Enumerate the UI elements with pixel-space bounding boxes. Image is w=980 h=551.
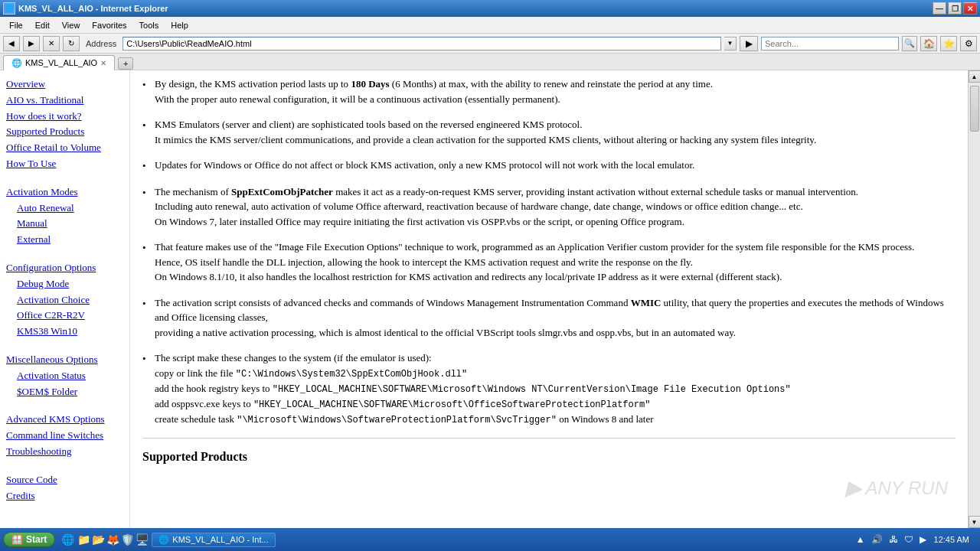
nav-manual[interactable]: Manual [17, 216, 123, 232]
address-input[interactable] [122, 37, 721, 51]
nav-auto-renewal[interactable]: Auto Renewal [17, 201, 123, 217]
view-menu[interactable]: View [56, 19, 87, 31]
bullet4-bold: SppExtComObjPatcher [231, 186, 333, 197]
browser-content: Overview AIO vs. Traditional How does it… [0, 70, 980, 528]
forward-button[interactable]: ▶ [23, 36, 40, 51]
main-content: • By design, the KMS activation period l… [130, 70, 968, 528]
search-input[interactable] [761, 37, 899, 51]
bullet2-text1: KMS Emulators (server and client) are so… [155, 119, 582, 130]
search-button[interactable]: 🔍 [902, 36, 917, 51]
nav-troubleshooting[interactable]: Troubleshooting [6, 444, 123, 460]
nav-command-line-switches[interactable]: Command line Switches [6, 428, 123, 444]
watermark: ▶ ANY RUN [845, 472, 948, 504]
nav-office-retail-to-volume[interactable]: Office Retail to Volume [6, 140, 123, 156]
nav-how-to-use[interactable]: How To Use [6, 156, 123, 172]
nav-configuration-options[interactable]: Configuration Options [6, 260, 123, 276]
nav-miscellaneous-options[interactable]: Miscellaneous Options [6, 352, 123, 368]
nav-indent-activation-modes: Auto Renewal Manual External [6, 201, 123, 248]
bullet-dot-7: • [142, 351, 155, 367]
bullet6-text3: providing a native activation processing… [155, 327, 736, 338]
bullet7-text1: The script make these changes to the sys… [155, 352, 432, 364]
bullet7-code4: "\Microsoft\Windows\SoftwareProtectionPl… [237, 415, 557, 425]
bullet4-text2: makes it act as a ready-on-request KMS s… [333, 186, 858, 197]
restore-button[interactable]: ❐ [948, 2, 962, 15]
scroll-thumb[interactable] [970, 86, 979, 132]
back-button[interactable]: ◀ [3, 36, 20, 51]
bullet-text-2: KMS Emulators (server and client) are so… [155, 117, 956, 147]
tools-menu[interactable]: Tools [133, 19, 165, 31]
bullet4-text1: The mechanism of [155, 186, 231, 197]
edit-menu[interactable]: Edit [29, 19, 56, 31]
refresh-button[interactable]: ↻ [63, 36, 80, 51]
bullet7-line2: add the hook registry keys to [155, 383, 273, 394]
bullet5-text2: Hence, OS itself handle the DLL injectio… [155, 256, 693, 268]
bullet-item-4: • The mechanism of SppExtComObjPatcher m… [142, 184, 956, 230]
section-divider [142, 438, 956, 439]
nav-source-code[interactable]: Source Code [6, 472, 123, 488]
help-menu[interactable]: Help [165, 19, 194, 31]
nav-external[interactable]: External [17, 232, 123, 248]
nav-kms38-win10[interactable]: KMS38 Win10 [17, 324, 123, 340]
go-button[interactable]: ▶ [740, 36, 758, 51]
tab-close-button[interactable]: ✕ [100, 59, 106, 67]
file-menu[interactable]: File [3, 19, 29, 31]
nav-supported-products[interactable]: Supported Products [6, 124, 123, 140]
nav-oems-folder[interactable]: $OEM$ Folder [17, 384, 123, 400]
bullet-item-2: • KMS Emulators (server and client) are … [142, 117, 956, 147]
bullet4-text4: On Windows 7, later installed Office may… [155, 216, 684, 227]
nav-activation-modes[interactable]: Activation Modes [6, 184, 123, 201]
home-button[interactable]: 🏠 [920, 36, 937, 51]
scrollbar: ▲ ▼ [968, 70, 980, 528]
minimize-button[interactable]: — [933, 2, 946, 15]
bullet2-text2: It mimics the KMS server/client communic… [155, 134, 816, 145]
watermark-arrow: ▶ [845, 472, 862, 504]
tab-label: KMS_VL_ALL_AIO [25, 58, 97, 67]
left-navigation: Overview AIO vs. Traditional How does it… [0, 70, 130, 528]
bullet-dot-5: • [142, 240, 155, 256]
close-button[interactable]: ✕ [963, 2, 977, 15]
bullet-item-3: • Updates for Windows or Office do not a… [142, 158, 956, 174]
bullet5-text3: On Windows 8.1/10, it also handles the l… [155, 271, 782, 282]
tab-kms[interactable]: 🌐 KMS_VL_ALL_AIO ✕ [3, 55, 115, 70]
nav-indent-config: Debug Mode Activation Choice Office C2R-… [6, 276, 123, 340]
tools-button[interactable]: ⚙ [960, 36, 977, 51]
bullet-item-1: • By design, the KMS activation period l… [142, 77, 956, 106]
nav-indent-misc: Activation Status $OEM$ Folder [6, 368, 123, 400]
ie-icon: 🌐 [3, 2, 15, 15]
address-dropdown[interactable]: ▼ [724, 37, 737, 51]
scroll-up-arrow[interactable]: ▲ [969, 70, 981, 83]
nav-debug-mode[interactable]: Debug Mode [17, 276, 123, 292]
nav-section-main: Overview AIO vs. Traditional How does it… [6, 77, 123, 504]
favorites-button[interactable]: ⭐ [940, 36, 957, 51]
nav-credits[interactable]: Credits [6, 488, 123, 504]
nav-aio-vs-traditional[interactable]: AIO vs. Traditional [6, 93, 123, 109]
bullet-text-5: That feature makes use of the "Image Fil… [155, 240, 956, 285]
stop-button[interactable]: ✕ [43, 36, 60, 51]
new-tab-button[interactable]: + [118, 57, 133, 70]
bullet7-line1: copy or link the file [155, 367, 236, 379]
section-title: Supported Products [142, 448, 956, 466]
title-bar: 🌐 KMS_VL_ALL_AIO - Internet Explorer — ❐… [0, 0, 980, 17]
nav-office-c2r[interactable]: Office C2R-R2V [17, 308, 123, 324]
nav-activation-status[interactable]: Activation Status [17, 368, 123, 384]
scroll-down-arrow[interactable]: ▼ [969, 516, 981, 528]
favorites-menu[interactable]: Favorites [86, 19, 132, 31]
nav-activation-choice[interactable]: Activation Choice [17, 292, 123, 308]
bullet-text-6: The activation script consists of advanc… [155, 295, 956, 341]
bullet-text-4: The mechanism of SppExtComObjPatcher mak… [155, 184, 956, 230]
bullet1-text2: (6 Months) at max, with the ability to r… [390, 78, 713, 90]
window-title: KMS_VL_ALL_AIO - Internet Explorer [18, 4, 168, 13]
nav-advanced-kms-options[interactable]: Advanced KMS Options [6, 412, 123, 428]
bullet-item-5: • That feature makes use of the "Image F… [142, 240, 956, 285]
bullet-dot-1: • [142, 77, 155, 93]
bullet6-bold: WMIC [631, 297, 662, 308]
bullet1-text1: By design, the KMS activation period las… [155, 78, 351, 90]
bullet6-text1: The activation script consists of advanc… [155, 297, 631, 308]
bullet-text-7: The script make these changes to the sys… [155, 350, 956, 427]
bullet-dot-3: • [142, 158, 155, 174]
nav-overview[interactable]: Overview [6, 77, 123, 93]
bullet7-code3: "HKEY_LOCAL_MACHINE\SOFTWARE\Microsoft\O… [253, 399, 650, 410]
bullet4-text3: Including auto renewal, auto activation … [155, 201, 803, 212]
nav-how-does-it-work[interactable]: How does it work? [6, 109, 123, 125]
tab-icon: 🌐 [11, 58, 22, 68]
